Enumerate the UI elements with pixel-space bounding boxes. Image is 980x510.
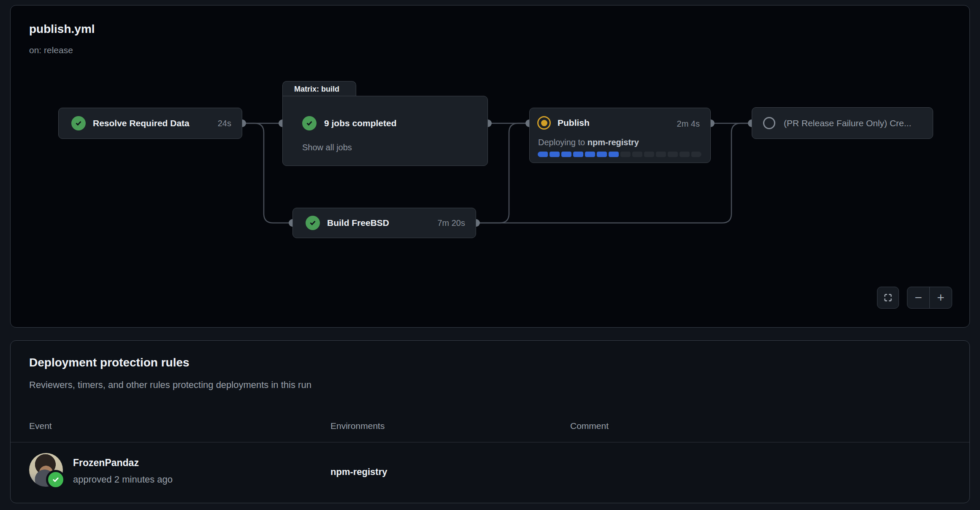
reviewer-username: FrozenPandaz [73,457,139,469]
job-node-publish[interactable]: Publish 2m 4s Deploying to npm-registry [529,108,711,163]
rules-title: Deployment protection rules [29,356,190,369]
progress-segment [585,152,595,157]
progress-segment [573,152,583,157]
job-duration: 24s [218,119,231,128]
deployment-protection-rules-panel: Deployment protection rules Reviewers, t… [10,340,970,503]
success-check-icon [306,216,320,230]
column-header-environments: Environments [330,421,384,431]
zoom-out-button[interactable]: − [907,287,930,308]
approval-status-text: approved 2 minutes ago [73,474,173,485]
approved-badge-icon [46,470,65,489]
success-check-icon [71,116,86,130]
workflow-edges [11,5,970,328]
progress-segment [632,152,642,157]
rules-subtitle: Reviewers, timers, and other rules prote… [29,380,311,391]
column-header-comment: Comment [570,421,609,431]
progress-segment [668,152,678,157]
job-node-label: Publish [558,118,590,128]
deploy-status-text: Deploying to npm-registry [538,138,639,147]
progress-segment [550,152,560,157]
job-node-matrix-build[interactable]: 9 jobs completed Show all jobs [282,96,488,166]
progress-segment [538,152,548,157]
deploy-progress-bar [538,152,701,157]
job-node-pr-release-failure[interactable]: (PR Release Failure Only) Cre... [752,107,933,139]
job-node-label: Build FreeBSD [327,218,389,228]
success-check-icon [302,116,317,130]
waiting-circle-icon [763,117,775,129]
job-node-label: Resolve Required Data [93,118,190,128]
progress-segment [691,152,701,157]
fullscreen-button[interactable] [877,287,899,309]
fullscreen-icon [883,293,893,303]
job-node-label: 9 jobs completed [324,118,397,128]
progress-segment [680,152,690,157]
job-duration: 2m 4s [677,119,700,129]
progress-segment [609,152,619,157]
column-header-event: Event [29,421,52,431]
progress-segment [620,152,631,157]
user-avatar[interactable] [29,453,63,487]
in-progress-icon [537,116,551,130]
zoom-controls: − + [907,287,952,309]
job-node-resolve-required-data[interactable]: Resolve Required Data 24s [58,108,242,139]
job-node-build-freebsd[interactable]: Build FreeBSD 7m 20s [292,208,476,238]
workflow-title: publish.yml [29,22,95,36]
progress-segment [656,152,666,157]
environment-name: npm-registry [330,467,387,477]
show-all-jobs-link[interactable]: Show all jobs [302,143,352,152]
table-divider [11,442,969,442]
job-duration: 7m 20s [437,218,465,228]
zoom-in-button[interactable]: + [930,287,952,308]
job-node-label: (PR Release Failure Only) Cre... [784,118,911,128]
progress-segment [644,152,654,157]
progress-segment [597,152,607,157]
deploy-environment: npm-registry [587,138,639,147]
progress-segment [561,152,571,157]
workflow-trigger: on: release [29,45,73,55]
workflow-graph-panel: publish.yml on: release Resolve Required… [10,5,970,328]
